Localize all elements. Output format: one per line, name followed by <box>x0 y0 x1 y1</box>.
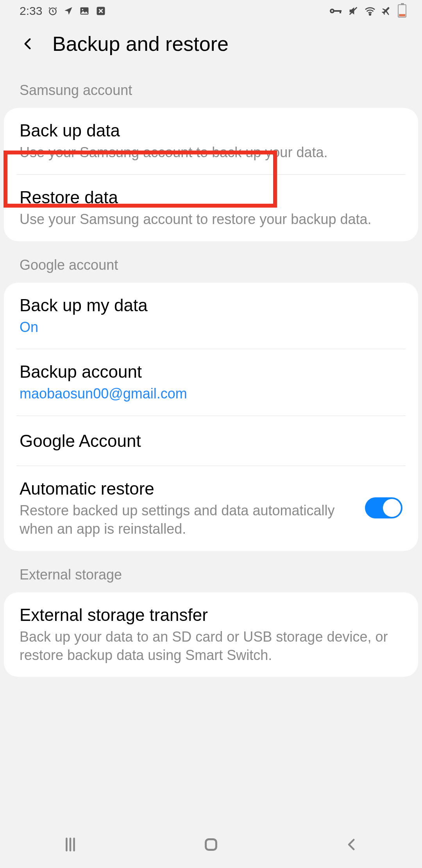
section-card-samsung: Back up data Use your Samsung account to… <box>4 108 418 241</box>
svg-point-2 <box>82 9 84 11</box>
svg-rect-7 <box>340 10 341 13</box>
row-restore-data[interactable]: Restore data Use your Samsung account to… <box>4 175 418 241</box>
row-sub: Use your Samsung account to restore your… <box>20 210 402 229</box>
nav-back-button[interactable] <box>313 836 391 853</box>
row-backup-account[interactable]: Backup account maobaosun00@gmail.com <box>4 349 418 416</box>
image-icon <box>79 5 90 16</box>
row-title: External storage transfer <box>20 604 402 626</box>
mute-icon <box>348 5 359 16</box>
vpn-key-icon <box>329 7 342 15</box>
header: Backup and restore <box>0 22 422 75</box>
status-bar: 2:33 <box>0 0 422 22</box>
airplane-icon <box>381 5 392 16</box>
row-sub: Back up your data to an SD card or USB s… <box>20 628 402 665</box>
section-card-google: Back up my data On Backup account maobao… <box>4 283 418 551</box>
svg-rect-13 <box>206 839 216 850</box>
status-right <box>329 4 406 18</box>
row-title: Google Account <box>20 430 402 452</box>
alarm-icon <box>48 6 58 16</box>
x-box-icon <box>95 5 106 16</box>
section-header-samsung: Samsung account <box>4 75 418 108</box>
page-title: Backup and restore <box>52 32 229 56</box>
row-google-account[interactable]: Google Account <box>4 416 418 466</box>
row-back-up-data[interactable]: Back up data Use your Samsung account to… <box>4 108 418 174</box>
content: Samsung account Back up data Use your Sa… <box>0 75 422 677</box>
toggle-automatic-restore[interactable] <box>365 497 402 518</box>
svg-point-9 <box>369 14 371 15</box>
nav-bar <box>0 821 422 868</box>
row-title: Restore data <box>20 187 402 208</box>
status-left: 2:33 <box>20 4 106 18</box>
svg-point-5 <box>331 10 333 12</box>
location-icon <box>63 6 73 16</box>
row-title: Automatic restore <box>20 478 353 499</box>
nav-home-button[interactable] <box>172 836 250 854</box>
row-title: Back up data <box>20 120 402 141</box>
back-button[interactable] <box>20 35 37 52</box>
status-time: 2:33 <box>20 4 42 18</box>
row-automatic-restore[interactable]: Automatic restore Restore backed up sett… <box>4 466 418 551</box>
nav-recent-button[interactable] <box>31 836 109 854</box>
battery-icon <box>398 4 406 18</box>
row-sub: Use your Samsung account to back up your… <box>20 143 402 162</box>
row-sub: On <box>20 318 402 337</box>
row-sub: maobaosun00@gmail.com <box>20 385 402 403</box>
section-header-external: External storage <box>4 551 418 592</box>
toggle-knob <box>383 499 401 517</box>
row-sub: Restore backed up settings and data auto… <box>20 502 353 538</box>
section-header-google: Google account <box>4 241 418 283</box>
row-title: Back up my data <box>20 294 402 316</box>
wifi-icon <box>364 6 376 16</box>
row-external-storage-transfer[interactable]: External storage transfer Back up your d… <box>4 592 418 677</box>
section-card-external: External storage transfer Back up your d… <box>4 592 418 677</box>
row-back-up-my-data[interactable]: Back up my data On <box>4 283 418 349</box>
row-title: Backup account <box>20 361 402 382</box>
